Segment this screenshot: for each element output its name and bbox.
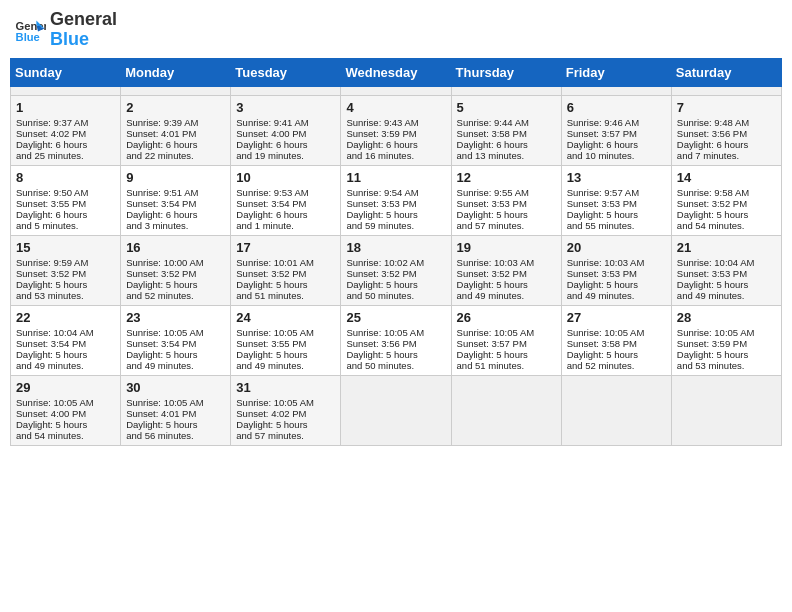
calendar-cell <box>561 375 671 445</box>
day-content: Sunset: 4:01 PM <box>126 408 225 419</box>
day-content: and 52 minutes. <box>126 290 225 301</box>
calendar-cell: 27Sunrise: 10:05 AMSunset: 3:58 PMDaylig… <box>561 305 671 375</box>
day-content: Sunrise: 9:57 AM <box>567 187 666 198</box>
svg-text:Blue: Blue <box>16 31 40 43</box>
day-content: Sunrise: 9:53 AM <box>236 187 335 198</box>
day-content: and 7 minutes. <box>677 150 776 161</box>
logo-icon: General Blue <box>14 14 46 46</box>
calendar-cell: 11Sunrise: 9:54 AMSunset: 3:53 PMDayligh… <box>341 165 451 235</box>
day-content: Daylight: 5 hours <box>677 279 776 290</box>
day-content: and 49 minutes. <box>236 360 335 371</box>
day-content: and 54 minutes. <box>677 220 776 231</box>
day-content: Sunrise: 10:05 AM <box>236 327 335 338</box>
day-content: Sunrise: 9:44 AM <box>457 117 556 128</box>
day-content: and 53 minutes. <box>677 360 776 371</box>
day-content: Daylight: 5 hours <box>126 349 225 360</box>
day-content: Sunset: 3:54 PM <box>16 338 115 349</box>
calendar-cell: 8Sunrise: 9:50 AMSunset: 3:55 PMDaylight… <box>11 165 121 235</box>
calendar-week-4: 22Sunrise: 10:04 AMSunset: 3:54 PMDaylig… <box>11 305 782 375</box>
day-content: Daylight: 5 hours <box>346 279 445 290</box>
day-content: Sunset: 3:54 PM <box>126 338 225 349</box>
calendar-cell: 10Sunrise: 9:53 AMSunset: 3:54 PMDayligh… <box>231 165 341 235</box>
day-content: and 50 minutes. <box>346 360 445 371</box>
day-content: Daylight: 5 hours <box>457 279 556 290</box>
day-content: and 25 minutes. <box>16 150 115 161</box>
day-content: Sunset: 3:55 PM <box>16 198 115 209</box>
day-number: 1 <box>16 100 115 115</box>
calendar-cell: 30Sunrise: 10:05 AMSunset: 4:01 PMDaylig… <box>121 375 231 445</box>
day-content: Daylight: 6 hours <box>16 209 115 220</box>
day-number: 19 <box>457 240 556 255</box>
day-content: Daylight: 5 hours <box>236 349 335 360</box>
day-content: Daylight: 5 hours <box>677 209 776 220</box>
day-number: 17 <box>236 240 335 255</box>
day-content: Sunset: 3:52 PM <box>677 198 776 209</box>
calendar-cell: 31Sunrise: 10:05 AMSunset: 4:02 PMDaylig… <box>231 375 341 445</box>
calendar-cell: 6Sunrise: 9:46 AMSunset: 3:57 PMDaylight… <box>561 95 671 165</box>
day-content: and 59 minutes. <box>346 220 445 231</box>
day-number: 21 <box>677 240 776 255</box>
day-content: and 1 minute. <box>236 220 335 231</box>
day-content: Sunset: 3:59 PM <box>346 128 445 139</box>
day-content: Sunrise: 10:01 AM <box>236 257 335 268</box>
day-content: and 55 minutes. <box>567 220 666 231</box>
day-content: Sunset: 3:52 PM <box>457 268 556 279</box>
header-day-friday: Friday <box>561 58 671 86</box>
calendar-cell: 15Sunrise: 9:59 AMSunset: 3:52 PMDayligh… <box>11 235 121 305</box>
header-day-thursday: Thursday <box>451 58 561 86</box>
day-number: 30 <box>126 380 225 395</box>
day-number: 4 <box>346 100 445 115</box>
day-content: Sunset: 3:52 PM <box>346 268 445 279</box>
day-content: and 57 minutes. <box>457 220 556 231</box>
day-content: Daylight: 5 hours <box>567 279 666 290</box>
calendar-cell: 1Sunrise: 9:37 AMSunset: 4:02 PMDaylight… <box>11 95 121 165</box>
day-number: 10 <box>236 170 335 185</box>
day-content: Sunrise: 9:58 AM <box>677 187 776 198</box>
day-content: Sunrise: 10:05 AM <box>677 327 776 338</box>
day-content: Daylight: 5 hours <box>346 349 445 360</box>
day-content: and 49 minutes. <box>677 290 776 301</box>
day-number: 14 <box>677 170 776 185</box>
day-content: Sunrise: 9:54 AM <box>346 187 445 198</box>
day-content: Sunset: 4:02 PM <box>16 128 115 139</box>
day-content: Daylight: 6 hours <box>126 139 225 150</box>
calendar-cell: 17Sunrise: 10:01 AMSunset: 3:52 PMDaylig… <box>231 235 341 305</box>
calendar-cell <box>671 86 781 95</box>
day-content: Sunset: 3:53 PM <box>457 198 556 209</box>
day-content: Daylight: 6 hours <box>236 139 335 150</box>
day-content: Sunset: 3:57 PM <box>567 128 666 139</box>
day-content: Sunset: 4:01 PM <box>126 128 225 139</box>
day-content: Sunrise: 10:05 AM <box>16 397 115 408</box>
day-content: Daylight: 5 hours <box>16 419 115 430</box>
calendar-cell: 20Sunrise: 10:03 AMSunset: 3:53 PMDaylig… <box>561 235 671 305</box>
day-number: 28 <box>677 310 776 325</box>
calendar-cell: 24Sunrise: 10:05 AMSunset: 3:55 PMDaylig… <box>231 305 341 375</box>
calendar-cell: 22Sunrise: 10:04 AMSunset: 3:54 PMDaylig… <box>11 305 121 375</box>
day-content: Sunrise: 9:50 AM <box>16 187 115 198</box>
day-content: and 3 minutes. <box>126 220 225 231</box>
day-content: Sunset: 3:56 PM <box>677 128 776 139</box>
day-number: 7 <box>677 100 776 115</box>
day-content: Sunrise: 9:59 AM <box>16 257 115 268</box>
calendar-cell <box>561 86 671 95</box>
calendar-cell: 12Sunrise: 9:55 AMSunset: 3:53 PMDayligh… <box>451 165 561 235</box>
calendar-cell: 16Sunrise: 10:00 AMSunset: 3:52 PMDaylig… <box>121 235 231 305</box>
day-number: 12 <box>457 170 556 185</box>
day-content: and 57 minutes. <box>236 430 335 441</box>
day-content: Sunset: 3:54 PM <box>126 198 225 209</box>
day-number: 23 <box>126 310 225 325</box>
day-content: Sunset: 3:54 PM <box>236 198 335 209</box>
day-number: 31 <box>236 380 335 395</box>
day-content: Sunrise: 10:05 AM <box>126 327 225 338</box>
day-content: Sunrise: 10:03 AM <box>567 257 666 268</box>
day-content: Daylight: 5 hours <box>567 209 666 220</box>
day-content: Sunset: 3:57 PM <box>457 338 556 349</box>
calendar-cell: 28Sunrise: 10:05 AMSunset: 3:59 PMDaylig… <box>671 305 781 375</box>
calendar-cell <box>231 86 341 95</box>
calendar-cell: 5Sunrise: 9:44 AMSunset: 3:58 PMDaylight… <box>451 95 561 165</box>
day-number: 16 <box>126 240 225 255</box>
calendar-cell <box>451 375 561 445</box>
day-content: Daylight: 5 hours <box>126 279 225 290</box>
day-number: 26 <box>457 310 556 325</box>
calendar-cell: 19Sunrise: 10:03 AMSunset: 3:52 PMDaylig… <box>451 235 561 305</box>
